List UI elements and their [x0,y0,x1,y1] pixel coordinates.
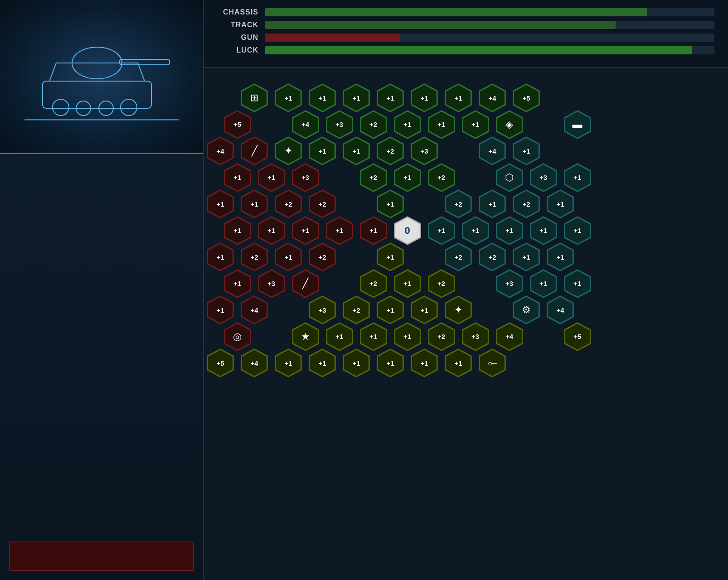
hex-value: +1 [437,121,445,128]
hex-value: +1 [386,200,394,208]
hex-value: +1 [420,306,428,314]
hex-value: +4 [505,333,513,340]
reset-upgrades-button[interactable] [9,541,194,571]
shield2-icon: ✦ [454,304,462,316]
stat-bar-bg [265,46,714,54]
hex-value: +1 [573,280,581,287]
stat-bar-fill [265,21,616,29]
hex-value: +2 [369,280,377,287]
hex-value: +3 [505,280,513,287]
hex-cell-r10c2[interactable]: +1 [306,347,339,379]
stat-label: LUCK [218,46,258,54]
target-icon: ◎ [233,331,242,343]
fuel-icon: ⬡ [505,172,514,184]
hex-value: +1 [454,94,462,102]
stat-row-track: TRACK [218,21,714,29]
hex-value: +2 [386,147,394,155]
hex-value: +1 [539,280,547,287]
stat-bar-bg [265,34,714,42]
tank-image [24,27,179,126]
hex-value: +1 [386,306,394,314]
hex-value: +3 [267,280,275,287]
hex-value: +1 [335,227,343,234]
wrench-icon: ⟜ [488,357,497,369]
hex-value: +1 [318,94,326,102]
hex-cell-r10c6[interactable]: +1 [442,347,475,379]
hex-cell-r10c1[interactable]: +1 [272,347,305,379]
hex-value: +3 [539,174,547,181]
hex-value: +1 [420,359,428,367]
svg-rect-8 [70,47,124,81]
hex-value: +1 [318,359,326,367]
hex-value: +1 [403,121,411,128]
hex-value: +2 [437,280,445,287]
hex-value: +1 [369,227,377,234]
stat-bar-fill [265,8,647,16]
hex-value: +1 [420,94,428,102]
hex-value: 0 [404,225,410,237]
hex-value: +2 [454,253,462,261]
hex-value: +3 [301,174,309,181]
hex-value: +3 [335,121,343,128]
hex-value: +1 [505,227,513,234]
hex-value: +2 [522,200,530,208]
hex-value: +1 [267,227,275,234]
shield-icon: ✦ [284,145,292,157]
hex-value: +3 [471,333,479,340]
hex-cell-r10c4[interactable]: +1 [374,347,407,379]
stat-bar-fill [265,34,400,42]
hex-value: +1 [250,200,258,208]
hex-cell-r9c9[interactable]: +5 [561,320,594,353]
hex-cell-r10c-1[interactable]: +5 [204,347,237,379]
hex-value: +1 [386,94,394,102]
stats-section: CHASSIS TRACK GUN LUCK [204,0,728,68]
hex-cell-r10c0[interactable]: +4 [238,347,271,379]
hex-value: +1 [216,253,224,261]
hex-grid: ⊞ +1 +1 +1 +1 +1 +1 +4 +5 +5 +4 +3 +2 +1… [211,77,721,571]
hex-value: +4 [488,94,496,102]
hex-value: +2 [454,200,462,208]
hex-value: +2 [318,200,326,208]
hex-value: +1 [522,147,530,155]
hex-value: +4 [250,359,258,367]
hex-value: +1 [216,306,224,314]
hex-value: +1 [284,253,292,261]
hex-value: +4 [301,121,309,128]
hex-value: +1 [522,253,530,261]
hex-value: +1 [386,359,394,367]
hex-value: +1 [233,280,241,287]
engine-icon: ⚙ [522,304,531,316]
hex-value: +1 [471,121,479,128]
stat-row-chassis: CHASSIS [218,8,714,16]
hex-value: +2 [318,253,326,261]
hex-value: +2 [369,174,377,181]
stat-label: TRACK [218,21,258,29]
hex-value: +1 [301,227,309,234]
stat-bar-bg [265,8,714,16]
hex-value: +1 [352,94,360,102]
hex-value: +1 [437,227,445,234]
hex-value: +1 [573,227,581,234]
hex-value: +5 [216,359,224,367]
hex-value: +1 [216,200,224,208]
hex-cell-r10c5[interactable]: +1 [408,347,441,379]
pencil-icon: ╱ [302,278,308,290]
hex-value: +1 [454,359,462,367]
hex-cell-r10c7[interactable]: ⟜ [476,347,509,379]
hex-value: +2 [488,253,496,261]
hex-value: +5 [573,333,581,340]
hex-value: +1 [386,253,394,261]
left-panel [0,0,204,580]
hex-value: +1 [403,174,411,181]
hex-value: +1 [403,333,411,340]
stat-row-gun: GUN [218,34,714,42]
hex-value: +1 [369,333,377,340]
hex-cell-r1c9[interactable]: ▬ [561,108,594,141]
hex-value: +2 [284,200,292,208]
hex-value: +2 [369,121,377,128]
hex-value: +5 [522,94,530,102]
barrel-icon: ▬ [573,119,582,130]
hex-value: +1 [556,253,564,261]
hex-value: +2 [352,306,360,314]
hex-cell-r10c3[interactable]: +1 [340,347,373,379]
